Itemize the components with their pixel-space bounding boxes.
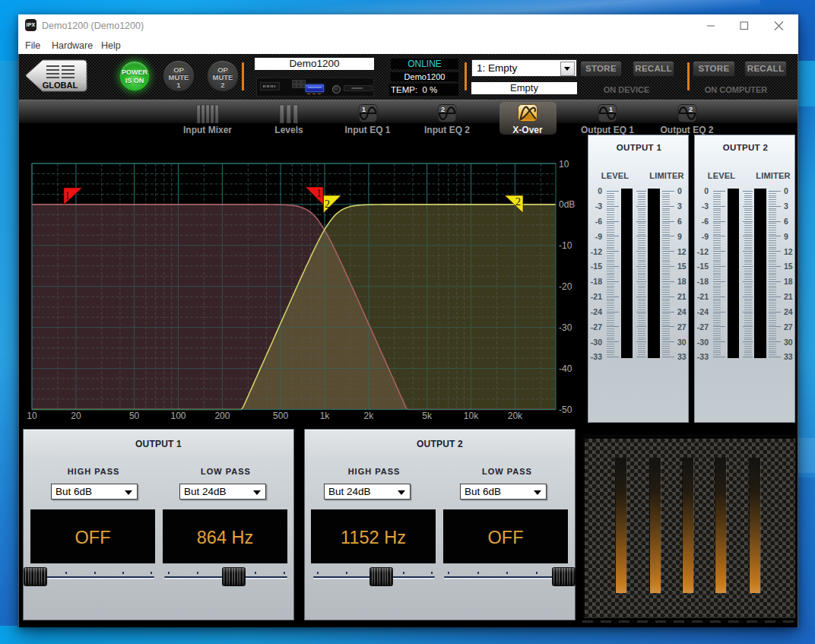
svg-text:1: 1 [316,188,322,199]
svg-text:GLOBAL: GLOBAL [43,81,78,90]
svg-text:10: 10 [27,411,37,421]
svg-text:1k: 1k [320,411,331,421]
svg-text:5k: 5k [422,411,433,421]
svg-text:1: 1 [609,106,613,113]
svg-text:-50: -50 [559,404,572,415]
svg-text:500: 500 [273,411,288,421]
svg-text:10: 10 [559,159,569,170]
svg-text:-20: -20 [559,281,572,292]
svg-text:-40: -40 [559,363,572,374]
svg-text:-10: -10 [559,240,572,251]
svg-text:100: 100 [170,411,186,421]
svg-text:50: 50 [129,411,140,421]
svg-text:-30: -30 [559,322,572,333]
svg-text:0dB: 0dB [559,199,575,210]
svg-text:20k: 20k [508,411,523,421]
svg-text:2k: 2k [364,411,375,421]
svg-text:2: 2 [515,196,521,208]
svg-text:2: 2 [689,106,693,113]
svg-text:20: 20 [71,411,81,421]
svg-text:10k: 10k [464,411,479,421]
svg-text:200: 200 [214,411,230,421]
svg-text:2: 2 [325,198,330,210]
svg-text:1: 1 [65,190,70,201]
